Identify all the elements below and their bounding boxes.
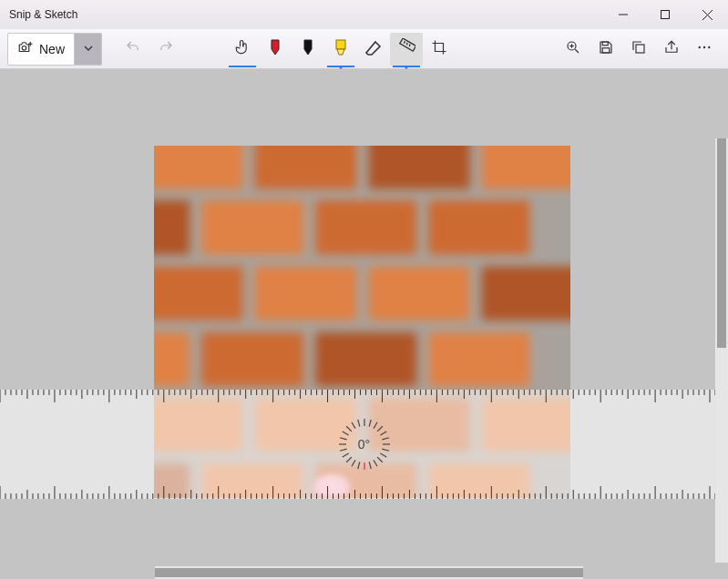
copy-icon — [631, 39, 647, 59]
zoom-button[interactable] — [557, 33, 590, 66]
svg-line-315 — [380, 432, 386, 435]
svg-line-14 — [409, 44, 411, 46]
svg-line-306 — [339, 438, 346, 440]
horizontal-scrollbar-thumb[interactable] — [155, 568, 583, 577]
pencil-button[interactable] — [292, 33, 324, 66]
svg-line-304 — [339, 449, 346, 451]
horizontal-scrollbar[interactable] — [155, 566, 583, 579]
svg-line-310 — [357, 420, 359, 427]
redo-button[interactable] — [149, 33, 182, 66]
svg-rect-1 — [661, 11, 670, 19]
new-snip-dropdown[interactable] — [75, 33, 102, 66]
vertical-scrollbar[interactable] — [715, 138, 728, 563]
svg-line-314 — [377, 426, 383, 432]
svg-line-298 — [369, 462, 371, 469]
svg-line-316 — [382, 438, 389, 440]
camera-plus-icon — [17, 39, 34, 58]
share-button[interactable] — [655, 33, 688, 66]
new-button-label: New — [39, 42, 65, 56]
eraser-button[interactable] — [357, 33, 390, 66]
svg-line-13 — [406, 42, 408, 45]
svg-line-12 — [404, 41, 405, 44]
svg-rect-21 — [636, 45, 644, 53]
touch-writing-button[interactable] — [226, 33, 259, 66]
vertical-scrollbar-thumb[interactable] — [717, 138, 726, 348]
more-icon — [696, 39, 713, 59]
zoom-icon — [565, 39, 581, 59]
svg-line-297 — [374, 460, 377, 466]
svg-point-22 — [699, 46, 701, 47]
svg-marker-8 — [304, 40, 312, 55]
close-button[interactable] — [686, 0, 728, 29]
ballpoint-pen-icon — [268, 38, 282, 60]
redo-icon — [158, 39, 174, 59]
copy-button[interactable] — [622, 33, 655, 66]
maximize-button[interactable] — [644, 0, 686, 29]
svg-rect-11 — [400, 38, 415, 51]
undo-button[interactable] — [117, 33, 149, 66]
more-button[interactable] — [688, 33, 721, 66]
svg-rect-9 — [336, 40, 345, 49]
new-snip-button[interactable]: New — [7, 33, 75, 66]
ruler-body[interactable]: 0° — [0, 390, 728, 499]
svg-point-23 — [703, 46, 705, 47]
svg-marker-10 — [337, 49, 344, 55]
canvas-area[interactable]: 0° — [0, 69, 728, 579]
touch-writing-icon — [233, 38, 251, 60]
svg-line-296 — [377, 457, 383, 462]
ruler-ticks-bottom — [0, 484, 728, 499]
svg-line-303 — [342, 453, 348, 457]
crop-button[interactable] — [423, 33, 456, 66]
svg-line-312 — [369, 420, 371, 427]
highlighter-button[interactable] — [324, 33, 357, 66]
app-window: Snip & Sketch New — [0, 0, 728, 579]
svg-line-302 — [346, 457, 352, 462]
ruler-button[interactable] — [390, 33, 423, 66]
svg-point-4 — [22, 46, 26, 51]
svg-marker-7 — [272, 40, 279, 55]
toolbar: New — [0, 29, 728, 69]
svg-line-16 — [575, 49, 579, 53]
save-button[interactable] — [590, 33, 622, 66]
svg-line-301 — [352, 460, 355, 466]
save-icon — [598, 39, 614, 59]
ruler-angle-dial[interactable]: 0° — [337, 417, 392, 472]
svg-line-295 — [380, 453, 386, 457]
highlighter-icon — [333, 38, 349, 60]
share-icon — [663, 39, 680, 59]
app-title: Snip & Sketch — [9, 8, 77, 21]
ruler-ticks-top — [0, 390, 728, 404]
svg-line-307 — [342, 432, 348, 435]
ruler-icon — [397, 38, 415, 60]
titlebar: Snip & Sketch — [0, 0, 728, 29]
ruler-overlay[interactable]: 0° — [0, 390, 728, 499]
undo-icon — [125, 39, 141, 59]
ruler-angle-label: 0° — [358, 437, 370, 452]
eraser-icon — [364, 39, 383, 59]
pencil-icon — [301, 38, 315, 60]
svg-rect-20 — [602, 47, 610, 52]
svg-point-24 — [708, 46, 710, 47]
chevron-down-icon — [83, 41, 94, 57]
svg-line-313 — [374, 422, 377, 429]
svg-line-294 — [382, 449, 389, 451]
minimize-button[interactable] — [602, 0, 644, 29]
svg-line-308 — [346, 426, 352, 432]
crop-icon — [431, 39, 447, 59]
ballpoint-pen-button[interactable] — [259, 33, 292, 66]
svg-line-309 — [352, 422, 355, 429]
svg-rect-19 — [602, 42, 608, 46]
svg-line-300 — [357, 462, 359, 469]
